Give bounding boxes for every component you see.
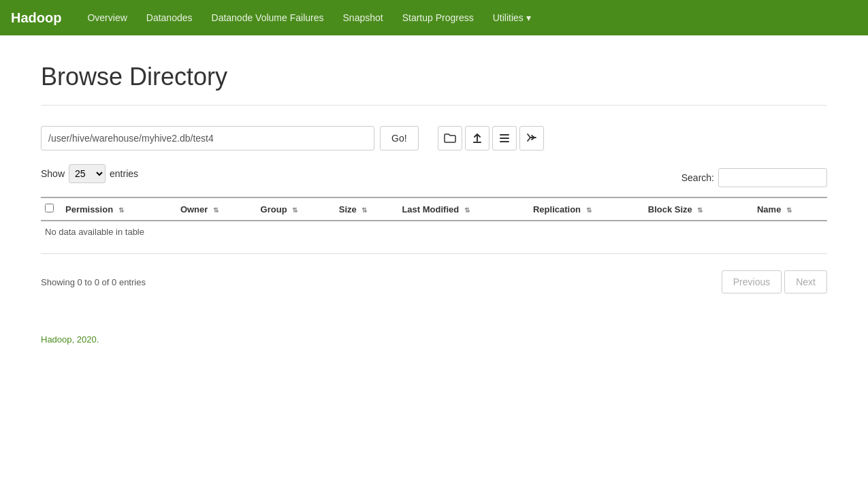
- folder-icon-button[interactable]: [438, 126, 462, 150]
- search-label: Search:: [681, 172, 714, 183]
- next-button[interactable]: Next: [784, 270, 827, 293]
- sort-permission-icon: ⇅: [118, 206, 124, 214]
- entries-label: entries: [110, 168, 138, 179]
- table-bottom-divider: [41, 253, 827, 254]
- folder-icon: [444, 133, 456, 144]
- show-label: Show: [41, 168, 65, 179]
- brand-logo: Hadoop: [11, 10, 61, 26]
- pagination-buttons: Previous Next: [722, 270, 827, 293]
- svg-rect-2: [500, 141, 509, 142]
- select-all-checkbox[interactable]: [45, 204, 54, 212]
- col-replication[interactable]: Replication ⇅: [529, 197, 644, 221]
- sort-size-icon: ⇅: [361, 206, 367, 214]
- footer: Hadoop, 2020.: [41, 334, 827, 345]
- col-checkbox[interactable]: [41, 197, 61, 221]
- path-input[interactable]: [41, 126, 374, 150]
- config-icon: [526, 133, 537, 144]
- sort-group-icon: ⇅: [292, 206, 298, 214]
- col-group[interactable]: Group ⇅: [257, 197, 335, 221]
- sort-block-size-icon: ⇅: [697, 206, 703, 214]
- footer-text: Hadoop, 2020.: [41, 334, 99, 345]
- col-last-modified[interactable]: Last Modified ⇅: [398, 197, 529, 221]
- sort-last-modified-icon: ⇅: [464, 206, 470, 214]
- no-data-row: No data available in table: [41, 221, 827, 242]
- list-icon: [499, 133, 510, 143]
- go-button[interactable]: Go!: [380, 126, 419, 150]
- sort-name-icon: ⇅: [786, 206, 792, 214]
- directory-table: Permission ⇅ Owner ⇅ Group ⇅ Size ⇅ Last…: [41, 197, 827, 242]
- no-data-message: No data available in table: [41, 221, 827, 242]
- col-size[interactable]: Size ⇅: [335, 197, 398, 221]
- entries-select[interactable]: 10 25 50 100: [69, 164, 106, 183]
- col-block-size[interactable]: Block Size ⇅: [644, 197, 753, 221]
- nav-datanode-volume-failures[interactable]: Datanode Volume Failures: [202, 0, 334, 35]
- previous-button[interactable]: Previous: [722, 270, 782, 293]
- search-input[interactable]: [718, 168, 827, 187]
- utilities-caret-icon: ▾: [526, 0, 531, 35]
- show-entries: Show 10 25 50 100 entries: [41, 164, 138, 183]
- pagination-area: Showing 0 to 0 of 0 entries Previous Nex…: [41, 265, 827, 293]
- nav-utilities-label: Utilities: [493, 0, 524, 35]
- col-owner[interactable]: Owner ⇅: [176, 197, 257, 221]
- nav-overview[interactable]: Overview: [78, 0, 136, 35]
- sort-owner-icon: ⇅: [213, 206, 219, 214]
- config-icon-button[interactable]: [519, 126, 544, 150]
- svg-rect-1: [500, 138, 509, 139]
- col-name[interactable]: Name ⇅: [753, 197, 827, 221]
- nav-utilities[interactable]: Utilities ▾: [483, 0, 541, 35]
- nav-snapshot[interactable]: Snapshot: [334, 0, 393, 35]
- sort-replication-icon: ⇅: [586, 206, 592, 214]
- search-area: Search:: [681, 168, 827, 187]
- showing-text: Showing 0 to 0 of 0 entries: [41, 277, 146, 287]
- nav-startup-progress[interactable]: Startup Progress: [393, 0, 483, 35]
- table-header-row: Permission ⇅ Owner ⇅ Group ⇅ Size ⇅ Last…: [41, 197, 827, 221]
- page-title: Browse Directory: [41, 63, 827, 106]
- table-controls: Show 10 25 50 100 entries Search:: [41, 164, 827, 191]
- up-arrow-icon-button[interactable]: [465, 126, 489, 150]
- col-permission[interactable]: Permission ⇅: [61, 197, 176, 221]
- list-icon-button[interactable]: [492, 126, 517, 150]
- nav-datanodes[interactable]: Datanodes: [137, 0, 202, 35]
- up-arrow-icon: [472, 133, 483, 144]
- path-bar: Go!: [41, 126, 827, 150]
- svg-rect-0: [500, 134, 509, 136]
